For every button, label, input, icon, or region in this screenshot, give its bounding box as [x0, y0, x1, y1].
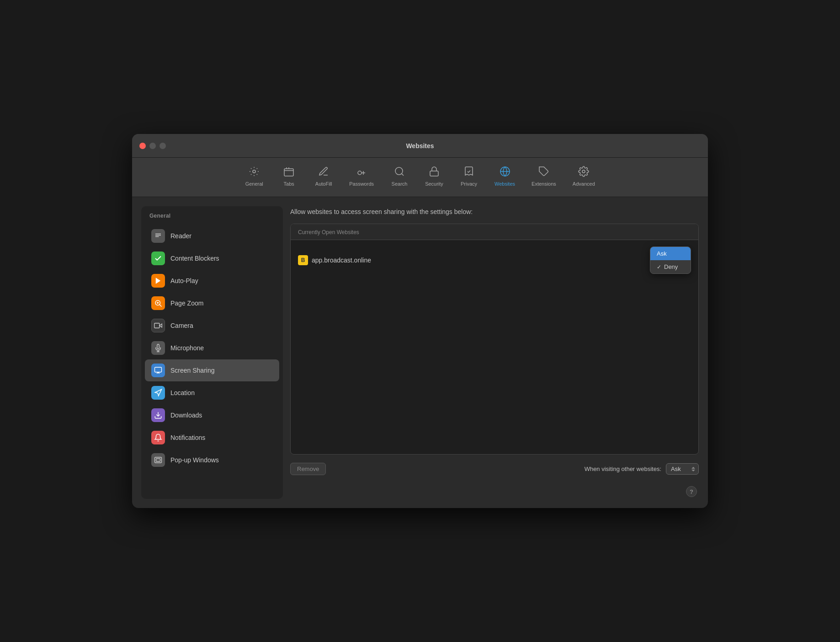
svg-rect-14: [155, 367, 162, 372]
svg-point-7: [582, 170, 585, 173]
toolbar-item-privacy[interactable]: Privacy: [452, 162, 485, 190]
sidebar-item-popup-windows-label: Pop-up Windows: [170, 456, 219, 464]
sidebar-item-content-blockers[interactable]: Content Blockers: [145, 247, 279, 269]
help-button-container: ?: [290, 483, 699, 499]
sidebar-item-screen-sharing-label: Screen Sharing: [170, 367, 215, 374]
sidebar-item-microphone-label: Microphone: [170, 344, 204, 352]
toolbar: General Tabs AutoFill: [132, 158, 708, 197]
websites-icon: [500, 166, 510, 179]
table-body: B app.broadcast.online Ask ✓ Deny: [291, 240, 698, 280]
toolbar-item-general[interactable]: General: [238, 162, 271, 190]
sidebar-item-downloads[interactable]: Downloads: [145, 404, 279, 426]
tabs-label: Tabs: [284, 181, 294, 187]
close-button[interactable]: [139, 143, 146, 149]
sidebar-item-notifications[interactable]: Notifications: [145, 427, 279, 449]
search-label: Search: [392, 181, 408, 187]
bottom-bar: Remove When visiting other websites: Ask…: [290, 461, 699, 477]
sidebar-item-camera[interactable]: Camera: [145, 315, 279, 337]
sidebar-items: Reader Content Blockers: [141, 223, 283, 499]
advanced-icon: [578, 166, 589, 179]
content-blockers-icon: [151, 251, 165, 265]
website-url: app.broadcast.online: [312, 257, 371, 264]
autofill-icon: [318, 166, 329, 179]
svg-rect-4: [430, 171, 438, 176]
passwords-label: Passwords: [349, 181, 374, 187]
title-bar: Websites: [132, 134, 708, 158]
sidebar-item-camera-label: Camera: [170, 322, 193, 329]
camera-icon: [151, 319, 165, 332]
websites-table: Currently Open Websites B app.broadcast.…: [290, 224, 699, 455]
toolbar-item-autofill[interactable]: AutoFill: [307, 162, 340, 190]
advanced-label: Advanced: [573, 181, 595, 187]
sidebar-item-content-blockers-label: Content Blockers: [170, 255, 219, 262]
security-label: Security: [425, 181, 443, 187]
ask-label: Ask: [657, 250, 667, 257]
visiting-other-select[interactable]: Ask Deny Allow: [666, 463, 699, 475]
general-label: General: [245, 181, 263, 187]
sidebar-item-downloads-label: Downloads: [170, 412, 202, 419]
sidebar-item-reader-label: Reader: [170, 232, 191, 240]
svg-point-3: [395, 167, 403, 175]
sidebar-item-reader[interactable]: Reader: [145, 225, 279, 247]
table-header-text: Currently Open Websites: [298, 229, 359, 235]
check-mark-icon: ✓: [657, 264, 661, 270]
sidebar-item-location-label: Location: [170, 389, 195, 396]
privacy-icon: [463, 166, 474, 179]
svg-rect-19: [156, 459, 160, 461]
svg-marker-16: [155, 390, 161, 396]
search-icon: [394, 166, 405, 179]
microphone-icon: [151, 341, 165, 355]
panel-description: Allow websites to access screen sharing …: [290, 206, 699, 217]
popup-windows-icon: [151, 453, 165, 467]
autofill-label: AutoFill: [315, 181, 332, 187]
sidebar-item-page-zoom-label: Page Zoom: [170, 300, 203, 307]
main-window: Websites General Tabs: [132, 134, 708, 508]
svg-point-2: [358, 171, 362, 175]
extensions-label: Extensions: [532, 181, 556, 187]
toolbar-item-security[interactable]: Security: [418, 162, 451, 190]
toolbar-item-tabs[interactable]: Tabs: [272, 162, 305, 190]
sidebar-header: General: [141, 206, 283, 223]
page-zoom-icon: [151, 296, 165, 310]
minimize-button[interactable]: [149, 143, 156, 149]
website-favicon: B: [298, 255, 308, 265]
general-icon: [249, 166, 260, 179]
tabs-icon: [283, 166, 294, 179]
deny-label: Deny: [664, 263, 678, 270]
svg-line-10: [159, 305, 161, 306]
location-icon: [151, 386, 165, 400]
toolbar-item-search[interactable]: Search: [383, 162, 416, 190]
sidebar-item-auto-play[interactable]: Auto-Play: [145, 270, 279, 292]
website-permission-dropdown[interactable]: Ask ✓ Deny: [650, 246, 691, 274]
svg-marker-8: [156, 278, 161, 284]
table-header: Currently Open Websites: [291, 224, 698, 240]
sidebar-item-popup-windows[interactable]: Pop-up Windows: [145, 449, 279, 471]
right-panel: Allow websites to access screen sharing …: [290, 206, 699, 499]
sidebar-item-location[interactable]: Location: [145, 382, 279, 404]
visiting-other-section: When visiting other websites: Ask Deny A…: [585, 463, 699, 475]
svg-rect-13: [154, 323, 159, 328]
maximize-button[interactable]: [159, 143, 166, 149]
sidebar-item-screen-sharing[interactable]: Screen Sharing: [145, 359, 279, 381]
sidebar-item-microphone[interactable]: Microphone: [145, 337, 279, 359]
toolbar-item-advanced[interactable]: Advanced: [565, 162, 602, 190]
sidebar-item-notifications-label: Notifications: [170, 434, 205, 441]
remove-button[interactable]: Remove: [290, 463, 326, 475]
extensions-icon: [538, 166, 549, 179]
sidebar-item-page-zoom[interactable]: Page Zoom: [145, 292, 279, 314]
sidebar: General Reader Con: [141, 206, 283, 499]
main-content: General Reader Con: [132, 197, 708, 508]
auto-play-icon: [151, 274, 165, 288]
toolbar-item-websites[interactable]: Websites: [487, 162, 522, 190]
sidebar-item-auto-play-label: Auto-Play: [170, 277, 198, 284]
toolbar-item-extensions[interactable]: Extensions: [524, 162, 564, 190]
notifications-icon: [151, 431, 165, 444]
dropdown-option-deny[interactable]: ✓ Deny: [650, 260, 691, 273]
screen-sharing-icon: [151, 364, 165, 377]
svg-point-0: [253, 170, 255, 173]
help-button[interactable]: ?: [686, 486, 697, 497]
visiting-other-select-wrapper: Ask Deny Allow: [666, 463, 699, 475]
security-icon: [429, 166, 440, 179]
dropdown-option-ask[interactable]: Ask: [650, 247, 691, 260]
toolbar-item-passwords[interactable]: Passwords: [342, 162, 381, 190]
